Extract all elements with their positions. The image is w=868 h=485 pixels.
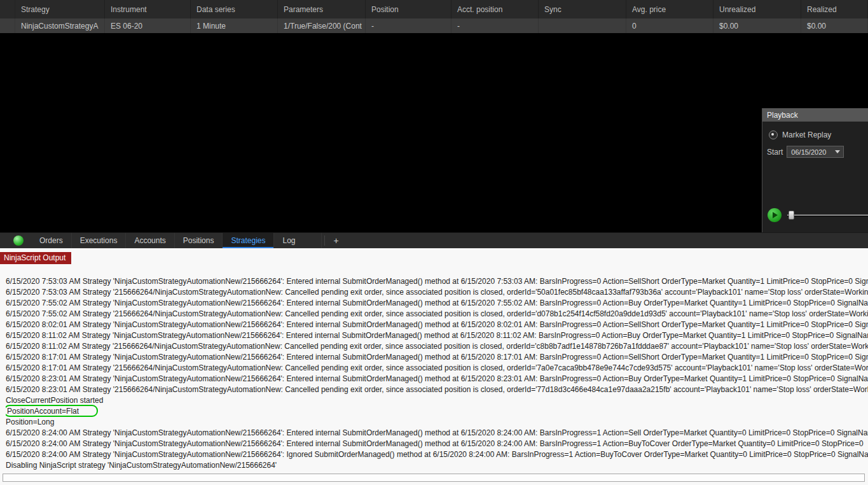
log-line: 6/15/2020 7:55:02 AM Strategy '215666264… (6, 309, 868, 320)
tab-executions[interactable]: Executions (72, 233, 127, 248)
column-header-realized[interactable]: Realized (801, 0, 868, 18)
ninjascript-output-title: NinjaScript Output (0, 252, 71, 264)
column-header-instrument[interactable]: Instrument (105, 0, 191, 18)
market-replay-option[interactable]: Market Replay (769, 130, 868, 139)
log-line: 6/15/2020 8:24:00 AM Strategy 'NinjaCust… (6, 449, 868, 460)
log-line: 6/15/2020 8:24:00 AM Strategy 'NinjaCust… (6, 439, 868, 449)
log-line-highlighted: PositionAccount=Flat (6, 406, 868, 417)
start-label: Start (767, 148, 783, 157)
column-header-unrealized[interactable]: Unrealized (713, 0, 801, 18)
start-date-dropdown[interactable]: 06/15/2020 (787, 146, 844, 158)
playback-speed-slider[interactable] (787, 210, 868, 220)
output-horizontal-scrollbar[interactable] (3, 474, 865, 482)
playback-panel: Playback Market Replay Start 06/15/2020 (762, 108, 868, 232)
column-header-parameters[interactable]: Parameters (278, 0, 366, 18)
column-header-position[interactable]: Position (366, 0, 451, 18)
cell-data-series: 1 Minute (191, 18, 278, 33)
log-line: 6/15/2020 8:17:01 AM Strategy 'NinjaCust… (6, 352, 868, 363)
ninjascript-output-window: NinjaScript Output 6/15/2020 7:53:03 AM … (0, 248, 868, 485)
log-line: 6/15/2020 8:11:02 AM Strategy 'NinjaCust… (6, 330, 868, 341)
column-header-avg-price[interactable]: Avg. price (626, 0, 713, 18)
cell-unrealized: $0.00 (713, 18, 801, 33)
cell-position: - (366, 18, 451, 33)
tab-log[interactable]: Log (274, 233, 321, 248)
cell-sync (539, 18, 626, 33)
log-line: 6/15/2020 7:53:03 AM Strategy '215666264… (6, 287, 868, 298)
log-line: 6/15/2020 8:17:01 AM Strategy '215666264… (6, 363, 868, 374)
play-button[interactable] (768, 208, 782, 222)
tab-separator (324, 235, 325, 246)
slider-track[interactable] (787, 214, 868, 216)
log-line: 6/15/2020 8:23:01 AM Strategy 'NinjaCust… (6, 374, 868, 384)
add-tab-button[interactable]: + (327, 233, 345, 248)
market-replay-label: Market Replay (782, 130, 831, 139)
column-header-acct-position[interactable]: Acct. position (451, 0, 539, 18)
strategies-table-header: Strategy Instrument Data series Paramete… (0, 0, 868, 19)
start-date-value: 06/15/2020 (791, 148, 826, 156)
play-icon (773, 212, 778, 218)
tab-positions[interactable]: Positions (175, 233, 223, 248)
tab-orders[interactable]: Orders (31, 233, 72, 248)
log-line: 6/15/2020 8:23:01 AM Strategy '215666264… (6, 384, 868, 395)
tab-strategies[interactable]: Strategies (223, 233, 274, 248)
log-line: 6/15/2020 8:02:01 AM Strategy 'NinjaCust… (6, 320, 868, 330)
column-header-data-series[interactable]: Data series (191, 0, 278, 18)
cell-strategy: NinjaCustomStrategyA (15, 18, 105, 33)
log-line: Position=Long (6, 417, 868, 428)
cell-acct-position: - (451, 18, 539, 33)
slider-handle[interactable] (789, 211, 794, 220)
cell-parameters: 1/True/False/200 (Cont (278, 18, 366, 33)
strategy-table-row[interactable]: NinjaCustomStrategyA ES 06-20 1 Minute 1… (0, 18, 868, 33)
row-margin (0, 0, 15, 18)
cell-avg-price: 0 (626, 18, 713, 33)
bottom-tab-bar: Orders Executions Accounts Positions Str… (0, 232, 868, 248)
log-line: 6/15/2020 7:55:02 AM Strategy 'NinjaCust… (6, 298, 868, 309)
playback-title-bar[interactable]: Playback (762, 108, 868, 122)
cell-realized: $0.00 (801, 18, 868, 33)
log-line: CloseCurrentPosition started (6, 395, 868, 406)
green-highlight-annotation: PositionAccount=Flat (6, 405, 98, 417)
connection-status-icon (13, 235, 24, 246)
strategies-window: Strategy Instrument Data series Paramete… (0, 0, 868, 485)
column-header-sync[interactable]: Sync (539, 0, 626, 18)
log-line: 6/15/2020 8:11:02 AM Strategy '215666264… (6, 341, 868, 352)
radio-button-icon[interactable] (769, 130, 778, 139)
cell-instrument: ES 06-20 (105, 18, 191, 33)
output-log: 6/15/2020 7:53:03 AM Strategy 'NinjaCust… (6, 276, 868, 471)
row-margin (0, 18, 15, 33)
column-header-strategy[interactable]: Strategy (15, 0, 105, 18)
tab-accounts[interactable]: Accounts (126, 233, 174, 248)
chevron-down-icon (835, 150, 840, 153)
log-line: Disabling NinjaScript strategy 'NinjaCus… (6, 460, 868, 471)
log-line: 6/15/2020 8:24:00 AM Strategy 'NinjaCust… (6, 428, 868, 439)
log-line: 6/15/2020 7:53:03 AM Strategy 'NinjaCust… (6, 276, 868, 287)
